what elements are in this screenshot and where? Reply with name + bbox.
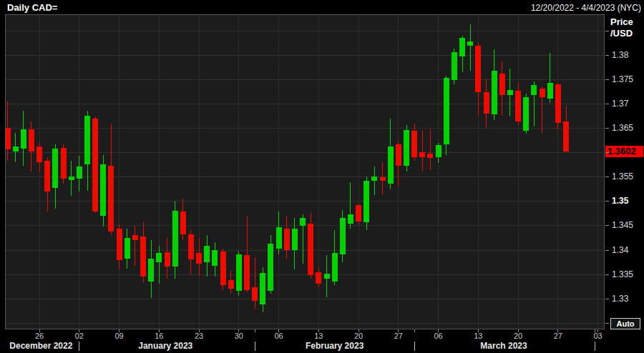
candle-body <box>148 259 154 282</box>
axis-unit-line2: /USD <box>610 28 633 39</box>
y-axis-tick <box>605 176 609 177</box>
candle-body <box>371 176 377 181</box>
month-boundary-tick <box>595 329 595 332</box>
candle-body <box>92 119 98 212</box>
candle-body <box>228 280 234 289</box>
candle-body <box>125 238 130 259</box>
x-axis-day-label: 27 <box>548 332 568 340</box>
gridline-horizontal <box>6 31 604 31</box>
candle-body <box>388 146 394 184</box>
y-axis-tick <box>605 274 609 275</box>
candle-body <box>196 253 202 264</box>
candle-body <box>444 78 449 144</box>
y-axis-label: 1.35 <box>612 196 628 206</box>
gridline-horizontal <box>6 299 604 299</box>
x-axis-day-label: 06 <box>269 332 289 340</box>
candle-body <box>427 154 433 158</box>
month-label: December 2022 <box>0 341 91 351</box>
candle-body <box>348 214 353 224</box>
candle-body <box>44 161 50 192</box>
month-separator <box>595 342 595 351</box>
candle-body <box>36 146 42 162</box>
candle-body <box>156 253 162 262</box>
candle-body <box>252 287 258 301</box>
candle-body <box>117 229 122 260</box>
y-axis-tick <box>605 128 609 129</box>
gridline-vertical <box>557 15 558 329</box>
y-axis-label: 1.345 <box>612 220 633 230</box>
auto-scale-button[interactable]: Auto <box>610 318 640 329</box>
month-boundary-tick <box>255 329 255 332</box>
candle-body <box>21 129 26 149</box>
x-axis-day-label: 03 <box>588 332 608 340</box>
month-label: March 2023 <box>454 341 554 351</box>
x-axis-day-label: 26 <box>29 332 49 340</box>
x-axis-day-label: 20 <box>348 332 369 340</box>
candle-body <box>467 41 473 46</box>
gridline-vertical <box>278 15 279 329</box>
chart-window: Daily CAD= 12/20/2022 - 4/4/2023 (NYC) P… <box>0 0 644 353</box>
gridline-vertical <box>518 15 519 329</box>
candle-body <box>260 273 265 304</box>
y-axis-tick <box>605 323 609 324</box>
gridline-horizontal <box>6 274 604 275</box>
time-axis[interactable]: 260209162330061320270613202703December 2… <box>0 329 644 353</box>
axis-unit-line1: Price <box>610 16 633 28</box>
candle-body <box>140 237 146 277</box>
y-axis-label: 1.335 <box>612 269 633 279</box>
candle-body <box>108 166 114 232</box>
axis-unit-label: Price /USD <box>610 16 633 39</box>
gridline-horizontal <box>6 104 604 104</box>
candle-body <box>419 152 425 157</box>
candle-wick <box>135 226 135 266</box>
y-axis-tick <box>605 152 609 153</box>
month-label: February 2023 <box>285 341 385 351</box>
x-axis-day-label: 09 <box>109 332 130 340</box>
candle-body <box>492 71 497 114</box>
candle-body <box>364 181 369 223</box>
candle-body <box>276 227 282 249</box>
candle-body <box>220 252 226 284</box>
candle-body <box>340 218 346 255</box>
candle-body <box>204 246 210 262</box>
candle-body <box>531 85 537 95</box>
x-axis-day-label: 23 <box>189 332 209 340</box>
x-axis-day-label: 13 <box>308 332 328 340</box>
candle-body <box>100 164 106 216</box>
candle-body <box>52 149 58 188</box>
candle-body <box>411 131 417 157</box>
candle-body <box>84 116 90 164</box>
gridline-horizontal <box>6 250 604 251</box>
candle-body <box>324 274 330 279</box>
candle-body <box>332 253 338 282</box>
x-axis-day-label: 20 <box>508 332 528 340</box>
x-axis-day-label: 13 <box>468 332 488 340</box>
candle-body <box>212 250 218 266</box>
candle-body <box>284 229 290 250</box>
y-axis-tick <box>605 104 609 104</box>
candle-body <box>300 218 306 227</box>
month-boundary-tick <box>414 329 415 332</box>
candle-body <box>515 91 521 121</box>
candle-body <box>77 166 82 179</box>
candle-wick <box>422 130 423 171</box>
price-axis[interactable]: Price /USD 1.3602 Auto 1.381.3751.371.36… <box>605 15 644 329</box>
x-axis-day-label: 27 <box>389 332 409 340</box>
gridline-horizontal <box>6 323 604 324</box>
gridline-horizontal <box>6 79 604 80</box>
candle-body <box>29 129 34 151</box>
candle-body <box>523 97 529 131</box>
chart-plot-area[interactable] <box>5 14 605 329</box>
candle-body <box>555 84 561 124</box>
x-axis-day-label: 30 <box>229 332 249 340</box>
y-axis-label: 1.34 <box>612 245 628 255</box>
y-axis-label: 1.38 <box>612 50 628 60</box>
month-boundary-tick <box>79 329 79 332</box>
y-axis-tick <box>605 225 609 226</box>
candle-body <box>132 235 138 240</box>
candle-body <box>459 38 465 56</box>
y-axis-tick <box>605 201 609 202</box>
candle-body <box>180 212 186 234</box>
gridline-vertical <box>119 15 119 329</box>
date-range-label: 12/20/2022 - 4/4/2023 (NYC) <box>531 3 641 13</box>
